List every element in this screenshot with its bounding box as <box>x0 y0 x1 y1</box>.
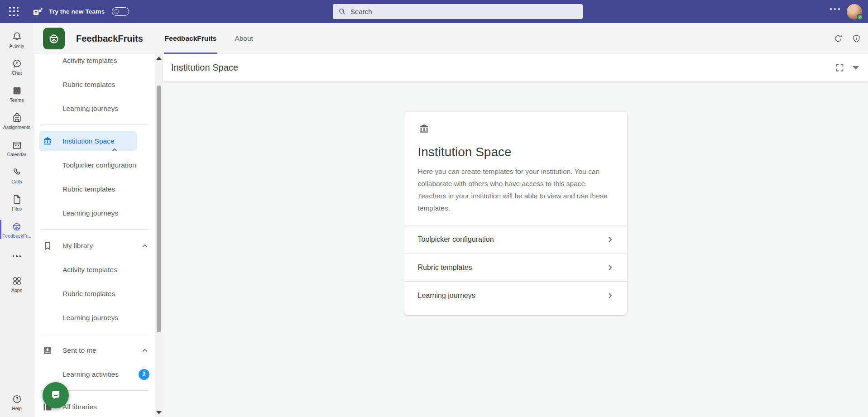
fullscreen-button[interactable] <box>835 63 844 72</box>
avatar[interactable]: ✓ <box>847 4 862 19</box>
sidebar-section-institution-space[interactable]: Institution Space <box>34 129 155 153</box>
app-header-actions <box>833 33 862 44</box>
app-header: FeedbackFruits FeedbackFruits About <box>34 23 868 54</box>
try-new-teams-label: Try the new Teams <box>49 8 105 15</box>
rail-item-apps[interactable]: Apps <box>0 270 34 297</box>
sidebar-item-rubric-templates[interactable]: Rubric templates <box>34 282 155 306</box>
teams-top-bar: T Try the new Teams ✓ <box>0 0 868 23</box>
teams-logo-icon: T <box>32 6 43 18</box>
sidebar-item-rubric-templates[interactable]: Rubric templates <box>34 177 155 201</box>
content-area: Institution Space <box>163 54 868 417</box>
library-sidebar: Activity templates Rubric templates Lear… <box>34 54 155 417</box>
bank-icon <box>42 136 53 147</box>
caret-down-icon[interactable] <box>853 66 859 70</box>
teams-window: T Try the new Teams ✓ Activity <box>0 0 868 417</box>
sidebar-item-learning-journeys[interactable]: Learning journeys <box>34 201 155 225</box>
inbox-icon <box>42 345 53 356</box>
sidebar-divider <box>41 229 149 230</box>
sidebar-item-learning-journeys[interactable]: Learning journeys <box>34 306 155 330</box>
sidebar-item-activity-templates[interactable]: Activity templates <box>34 54 155 72</box>
chat-launcher-button[interactable] <box>43 382 69 408</box>
chevron-right-icon <box>604 262 615 273</box>
sidebar-section-sent-to-me[interactable]: Sent to me <box>34 338 155 362</box>
content-header: Institution Space <box>163 54 868 81</box>
bookmark-icon <box>42 240 53 251</box>
scroll-down-arrow-icon[interactable] <box>156 411 162 414</box>
app-workspace: Activity templates Rubric templates Lear… <box>34 54 868 417</box>
apps-grid-icon <box>11 275 23 287</box>
refresh-icon <box>833 33 844 44</box>
chevron-right-icon <box>604 234 615 245</box>
rail-item-help[interactable]: Help <box>0 389 34 415</box>
teams-avatar-icon <box>11 85 23 96</box>
app-title: FeedbackFruits <box>76 34 143 44</box>
unread-count-badge: 2 <box>139 369 149 380</box>
rail-item-feedbackfruits[interactable]: FeedbackFr... <box>0 216 34 243</box>
presence-available-icon: ✓ <box>857 14 863 20</box>
card-item-rubric-templates[interactable]: Rubric templates <box>404 253 627 281</box>
feedbackfruits-icon <box>11 220 23 232</box>
search-input[interactable] <box>350 7 558 16</box>
sidebar-item-toolpicker-configuration[interactable]: Toolpicker configuration <box>34 153 155 177</box>
shield-icon <box>851 34 862 44</box>
rail-item-teams[interactable]: Teams <box>0 80 34 107</box>
tab-about[interactable]: About <box>234 23 254 54</box>
tab-feedbackfruits[interactable]: FeedbackFruits <box>164 23 218 54</box>
institution-space-card: Institution Space Here you can create te… <box>404 112 627 315</box>
sidebar-divider <box>41 334 149 334</box>
app-tabs: FeedbackFruits About <box>164 23 270 54</box>
chevron-up-icon[interactable] <box>140 345 150 357</box>
rail-item-activity[interactable]: Activity <box>0 26 34 53</box>
sidebar-item-rubric-templates[interactable]: Rubric templates <box>34 72 155 96</box>
rail-item-calendar[interactable]: Calendar <box>0 134 34 162</box>
rail-item-more-apps[interactable] <box>0 243 34 270</box>
app-rail: Activity Chat Teams Assignments <box>0 23 34 417</box>
rail-item-assignments[interactable]: Assignments <box>0 107 34 134</box>
search-bar[interactable] <box>333 4 583 19</box>
card-item-toolpicker-configuration[interactable]: Toolpicker configuration <box>404 225 627 253</box>
waffle-menu-icon[interactable] <box>9 7 19 17</box>
new-teams-toggle[interactable] <box>112 7 129 16</box>
phone-icon <box>11 167 23 178</box>
card-title: Institution Space <box>418 145 614 159</box>
scrollbar-thumb[interactable] <box>157 86 161 332</box>
chat-bubble-icon <box>49 388 62 402</box>
chat-icon <box>11 58 23 69</box>
content-header-actions <box>835 63 859 72</box>
search-icon <box>338 8 346 15</box>
toggle-knob <box>114 9 119 14</box>
bank-icon <box>418 123 430 135</box>
sidebar-item-learning-journeys[interactable]: Learning journeys <box>34 96 155 120</box>
sidebar-scrollbar[interactable] <box>155 54 163 417</box>
feedbackfruits-logo <box>43 28 65 49</box>
scroll-up-arrow-icon[interactable] <box>156 57 162 60</box>
chevron-up-icon[interactable] <box>140 241 150 253</box>
rail-item-chat[interactable]: Chat <box>0 53 34 80</box>
file-icon <box>11 194 23 205</box>
page-title: Institution Space <box>171 62 238 73</box>
backpack-icon <box>11 112 23 124</box>
more-options-button[interactable] <box>830 8 840 10</box>
chevron-right-icon <box>604 290 615 301</box>
sidebar-divider <box>41 125 149 125</box>
sidebar-section-my-library[interactable]: My library <box>34 234 155 258</box>
refresh-button[interactable] <box>833 33 844 44</box>
permissions-button[interactable] <box>851 34 862 44</box>
svg-text:T: T <box>35 10 38 14</box>
sidebar-item-activity-templates[interactable]: Activity templates <box>34 258 155 282</box>
rail-item-calls[interactable]: Calls <box>0 162 34 189</box>
help-icon <box>11 393 23 405</box>
content-body: Institution Space Here you can create te… <box>163 81 868 417</box>
bell-icon <box>11 31 23 42</box>
card-item-learning-journeys[interactable]: Learning journeys <box>404 281 627 309</box>
ellipsis-icon <box>13 255 21 257</box>
rail-item-files[interactable]: Files <box>0 189 34 216</box>
card-description: Here you can create templates for your i… <box>418 165 614 225</box>
calendar-icon <box>11 139 23 151</box>
fullscreen-icon <box>835 63 844 72</box>
